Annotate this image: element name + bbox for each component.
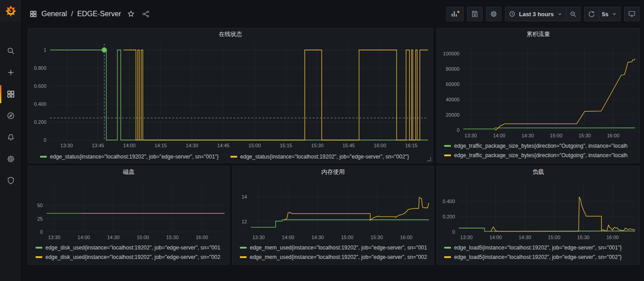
cumulative-traffic-chart[interactable]: 02000040000600008000010000013:3014:0014:… xyxy=(437,40,639,140)
svg-text:13:30: 13:30 xyxy=(48,235,61,240)
legend: edge_load5{instance="localhost:19202", j… xyxy=(437,242,639,263)
sidebar-item-configuration[interactable] xyxy=(0,148,21,170)
refresh-interval-picker[interactable]: 5s xyxy=(599,7,621,21)
legend-item[interactable]: edge_status{instance="localhost:19202", … xyxy=(230,152,409,162)
legend-label: edge_disk_used{instance="localhost:19202… xyxy=(45,254,221,260)
svg-text:0.200: 0.200 xyxy=(442,214,455,219)
svg-text:0.200: 0.200 xyxy=(34,119,46,125)
svg-text:16:00: 16:00 xyxy=(607,133,620,138)
legend-label: edge_status{instance="localhost:19202", … xyxy=(240,154,409,160)
legend-item[interactable]: edge_disk_used{instance="localhost:19202… xyxy=(36,243,225,252)
chevron-down-icon xyxy=(612,11,617,17)
legend-item[interactable]: edge_load5{instance="localhost:19202", j… xyxy=(444,243,636,252)
svg-text:15:00: 15:00 xyxy=(341,235,354,240)
dashboard-settings-button[interactable] xyxy=(486,7,501,21)
legend-label: edge_mem_used{instance="localhost:19202"… xyxy=(250,245,427,251)
panel-title[interactable]: 磁盘 xyxy=(28,166,229,178)
sidebar xyxy=(0,0,22,281)
zoom-out-time-button[interactable] xyxy=(566,7,581,21)
panel-title[interactable]: 累积流量 xyxy=(437,28,639,40)
breadcrumb-folder[interactable]: General xyxy=(41,10,67,18)
legend-swatch xyxy=(40,156,47,158)
svg-text:14:30: 14:30 xyxy=(311,235,324,240)
svg-text:13:30: 13:30 xyxy=(460,235,473,240)
sidebar-item-alerting[interactable] xyxy=(0,127,21,148)
sidebar-item-explore[interactable] xyxy=(0,105,21,127)
load-chart[interactable]: 00.2000.40013:3014:0014:3015:0015:3016:0… xyxy=(437,178,639,242)
panel-title[interactable]: 在线状态 xyxy=(28,28,432,40)
legend-label: edge_traffic_package_size_bytes{directio… xyxy=(454,143,627,149)
svg-text:0: 0 xyxy=(457,127,459,133)
legend-swatch xyxy=(36,247,42,249)
star-icon[interactable] xyxy=(127,10,135,18)
svg-text:13:30: 13:30 xyxy=(60,143,73,148)
add-panel-icon xyxy=(450,9,460,18)
sidebar-item-search[interactable] xyxy=(0,40,21,62)
time-range-label: Last 3 hours xyxy=(519,11,554,18)
legend-item[interactable]: edge_disk_used{instance="localhost:19202… xyxy=(36,252,225,262)
legend: edge_disk_used{instance="localhost:19202… xyxy=(28,242,229,263)
refresh-button[interactable] xyxy=(584,7,599,21)
legend-item[interactable]: edge_mem_used{instance="localhost:19202"… xyxy=(240,243,430,252)
share-icon[interactable] xyxy=(142,10,150,18)
svg-text:0.400: 0.400 xyxy=(442,199,455,204)
legend-swatch xyxy=(230,156,237,158)
panel-title[interactable]: 负载 xyxy=(437,166,639,178)
svg-text:14:00: 14:00 xyxy=(282,235,294,240)
svg-text:16:00: 16:00 xyxy=(374,143,387,148)
svg-text:15:30: 15:30 xyxy=(166,235,179,240)
svg-text:1: 1 xyxy=(44,47,46,53)
svg-text:14: 14 xyxy=(242,194,247,199)
tv-mode-button[interactable] xyxy=(624,7,639,21)
sidebar-item-create[interactable] xyxy=(0,62,21,83)
sidebar-item-dashboards[interactable] xyxy=(0,83,21,105)
disk-chart[interactable]: 0255013:3014:0014:3015:0015:3016:00 xyxy=(28,178,229,242)
svg-text:14:00: 14:00 xyxy=(123,143,136,148)
svg-text:14:15: 14:15 xyxy=(154,143,167,148)
svg-text:16:00: 16:00 xyxy=(196,235,208,240)
legend-item[interactable]: edge_load5{instance="localhost:19202", j… xyxy=(444,252,636,262)
legend-item[interactable]: edge_traffic_package_size_bytes{directio… xyxy=(444,150,636,160)
grafana-logo[interactable] xyxy=(0,0,21,21)
legend-item[interactable]: edge_status{instance="localhost:19202", … xyxy=(40,152,219,162)
panel-load: 负载 00.2000.40013:3014:0014:3015:0015:301… xyxy=(437,166,640,265)
svg-text:14:45: 14:45 xyxy=(217,143,230,148)
panel-memory-usage: 内存使用 121413:3014:0014:3015:0015:3016:00 … xyxy=(232,166,434,265)
time-range-picker[interactable]: Last 3 hours xyxy=(505,7,566,21)
legend-label: edge_traffic_package_size_bytes{directio… xyxy=(454,152,627,159)
svg-text:14:00: 14:00 xyxy=(77,235,90,240)
svg-text:15:00: 15:00 xyxy=(137,235,149,240)
svg-text:0.400: 0.400 xyxy=(34,101,46,107)
compass-icon xyxy=(6,111,15,120)
breadcrumb-dashboard-title[interactable]: EDGE-Server xyxy=(77,10,121,18)
legend: edge_mem_used{instance="localhost:19202"… xyxy=(233,242,433,263)
legend-item[interactable]: edge_traffic_package_size_bytes{directio… xyxy=(444,141,636,150)
panel-title[interactable]: 内存使用 xyxy=(233,166,433,178)
add-panel-button[interactable] xyxy=(446,7,464,21)
memory-usage-chart[interactable]: 121413:3014:0014:3015:0015:3016:00 xyxy=(233,178,433,242)
svg-text:16:00: 16:00 xyxy=(606,235,619,240)
save-dashboard-button[interactable] xyxy=(467,7,482,21)
svg-text:14:30: 14:30 xyxy=(107,235,120,240)
sidebar-item-server-admin[interactable] xyxy=(0,170,21,191)
grafana-logo-icon xyxy=(5,5,17,17)
legend-label: edge_status{instance="localhost:19202", … xyxy=(50,154,219,160)
chevron-down-icon xyxy=(557,11,563,17)
zoom-out-icon xyxy=(569,10,577,18)
legend-label: edge_load5{instance="localhost:19202", j… xyxy=(454,245,621,251)
svg-text:50: 50 xyxy=(37,203,43,208)
breadcrumb: General / EDGE-Server xyxy=(29,10,150,18)
legend: edge_status{instance="localhost:19202", … xyxy=(28,150,432,164)
svg-text:0: 0 xyxy=(452,229,455,235)
time-controls: Last 3 hours xyxy=(505,7,580,21)
svg-text:14:30: 14:30 xyxy=(518,235,531,240)
gear-icon xyxy=(6,154,15,163)
svg-text:15:00: 15:00 xyxy=(248,143,261,148)
online-status-chart[interactable]: 00.2000.4000.6000.800113:3013:4514:0014:… xyxy=(28,40,432,150)
legend-item[interactable]: edge_mem_used{instance="localhost:19202"… xyxy=(240,252,430,262)
grafana-dashboard: General / EDGE-Server Last 3 hours xyxy=(0,0,644,281)
shield-icon xyxy=(6,176,15,185)
refresh-icon xyxy=(588,10,595,18)
svg-text:15:00: 15:00 xyxy=(550,133,563,138)
panel-resize-handle[interactable] xyxy=(427,157,431,161)
